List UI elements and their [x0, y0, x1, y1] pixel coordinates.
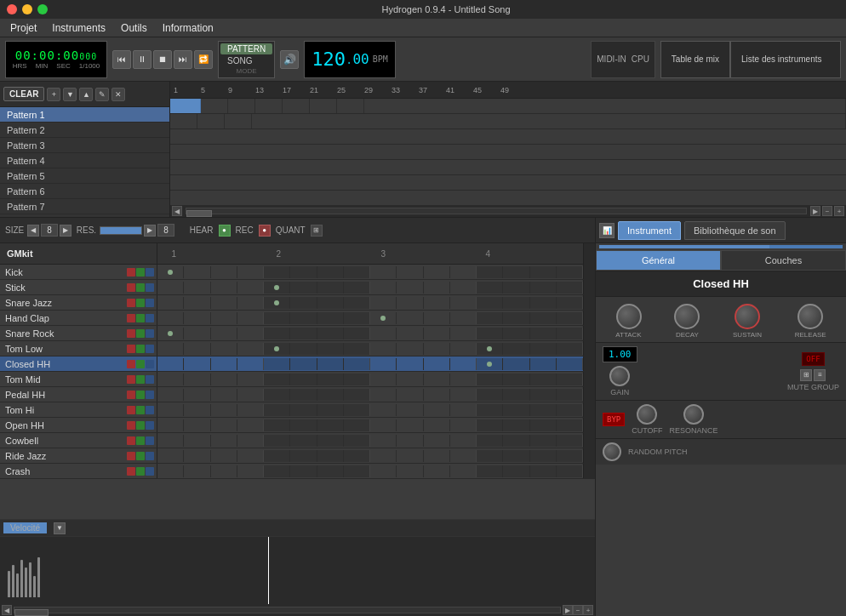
beat-cell-2-8[interactable]: [370, 297, 397, 309]
beat-cell-9-12[interactable]: [477, 404, 503, 416]
beat-cell-7-7[interactable]: [344, 374, 370, 385]
pattern-item-1[interactable]: Pattern 1: [0, 107, 169, 123]
beat-cell-7-0[interactable]: [157, 374, 184, 385]
beat-cell-11-5[interactable]: [290, 435, 317, 447]
beat-cell-9-0[interactable]: [157, 404, 184, 416]
beat-cell-9-2[interactable]: [211, 404, 237, 416]
beat-cell-12-10[interactable]: [424, 450, 450, 462]
beat-cell-11-8[interactable]: [370, 435, 397, 447]
beat-cell-10-5[interactable]: [290, 419, 317, 431]
beat-cell-6-4[interactable]: [264, 358, 290, 370]
beat-cell-4-8[interactable]: [370, 328, 397, 339]
beat-cell-13-12[interactable]: [477, 465, 503, 477]
beat-cell-3-6[interactable]: [317, 312, 344, 324]
song-track-block[interactable]: [170, 99, 201, 113]
attack-knob[interactable]: [616, 304, 642, 329]
beat-cell-1-3[interactable]: [237, 282, 264, 294]
pattern-mode-button[interactable]: PATTERN: [220, 43, 272, 54]
beat-cell-0-14[interactable]: [530, 266, 557, 278]
beat-scroll-minus[interactable]: −: [573, 605, 583, 615]
beat-cell-7-3[interactable]: [237, 374, 264, 385]
beat-cell-1-4[interactable]: [264, 282, 290, 294]
instrument-tab[interactable]: Instrument: [618, 221, 681, 240]
beat-cell-11-4[interactable]: [264, 435, 290, 447]
fx-mini-btn[interactable]: [146, 391, 154, 399]
volume-button[interactable]: 🔊: [280, 50, 299, 69]
fx-mini-btn[interactable]: [146, 283, 154, 292]
fx-mini-btn[interactable]: [146, 345, 154, 353]
beat-cell-6-8[interactable]: [370, 358, 397, 370]
beat-cell-3-9[interactable]: [397, 312, 423, 324]
beat-cell-10-15[interactable]: [557, 419, 583, 431]
solo-mini-btn[interactable]: [136, 375, 145, 384]
library-tab[interactable]: Bibliothèque de son: [684, 221, 786, 240]
fx-mini-btn[interactable]: [146, 467, 154, 476]
beat-cell-1-7[interactable]: [344, 282, 370, 294]
beat-cell-5-2[interactable]: [211, 343, 237, 355]
beat-cell-13-13[interactable]: [503, 465, 529, 477]
beat-cell-5-9[interactable]: [397, 343, 423, 355]
pattern-item-3[interactable]: Pattern 3: [0, 138, 169, 153]
beat-cell-5-13[interactable]: [503, 343, 529, 355]
beat-cell-10-9[interactable]: [397, 419, 423, 431]
mute-mini-btn[interactable]: [127, 360, 135, 368]
beat-scroll-right[interactable]: ▶: [563, 605, 573, 615]
beat-cell-1-5[interactable]: [290, 282, 317, 294]
rec-indicator[interactable]: ●: [259, 225, 271, 237]
beat-cell-8-10[interactable]: [424, 389, 450, 401]
beat-track-name-10[interactable]: Open HH: [0, 418, 126, 432]
beat-cell-9-11[interactable]: [450, 404, 477, 416]
mute-mini-btn[interactable]: [127, 421, 135, 430]
beat-cell-2-11[interactable]: [450, 297, 477, 309]
beat-cell-2-12[interactable]: [477, 297, 503, 309]
beat-cell-12-13[interactable]: [503, 450, 529, 462]
mute-mini-btn[interactable]: [127, 406, 135, 414]
beat-cell-7-9[interactable]: [397, 374, 423, 385]
solo-mini-btn[interactable]: [136, 436, 145, 445]
beat-cell-0-6[interactable]: [317, 266, 344, 278]
beat-cell-6-10[interactable]: [424, 358, 450, 370]
beat-cell-5-14[interactable]: [530, 343, 557, 355]
beat-cell-12-11[interactable]: [450, 450, 477, 462]
beat-cell-5-4[interactable]: [264, 343, 290, 355]
beat-cell-6-3[interactable]: [237, 358, 264, 370]
beat-cell-2-10[interactable]: [424, 297, 450, 309]
fx-mini-btn[interactable]: [146, 329, 154, 338]
beat-cell-5-11[interactable]: [450, 343, 477, 355]
pattern-item-6[interactable]: Pattern 6: [0, 184, 169, 199]
fx-mini-btn[interactable]: [146, 268, 154, 277]
menu-information[interactable]: Information: [156, 20, 220, 36]
beat-cell-3-5[interactable]: [290, 312, 317, 324]
solo-mini-btn[interactable]: [136, 345, 145, 353]
song-scroll-right[interactable]: ▶: [810, 206, 820, 216]
beat-cell-5-7[interactable]: [344, 343, 370, 355]
beat-track-name-4[interactable]: Snare Rock: [0, 326, 126, 340]
beat-cell-9-9[interactable]: [397, 404, 423, 416]
beat-cell-4-3[interactable]: [237, 328, 264, 339]
beat-track-name-6[interactable]: Closed HH: [0, 356, 126, 371]
beat-cell-4-7[interactable]: [344, 328, 370, 339]
beat-cell-2-4[interactable]: [264, 297, 290, 309]
beat-cell-13-9[interactable]: [397, 465, 423, 477]
beat-track-name-7[interactable]: Tom Mid: [0, 372, 126, 386]
beat-cell-5-6[interactable]: [317, 343, 344, 355]
beat-cell-12-7[interactable]: [344, 450, 370, 462]
resonance-knob[interactable]: [683, 404, 704, 425]
beat-cell-11-11[interactable]: [450, 435, 477, 447]
song-track-row-2[interactable]: [170, 114, 846, 129]
beat-cell-3-10[interactable]: [424, 312, 450, 324]
song-track-row-3[interactable]: [170, 129, 846, 145]
beat-cell-9-7[interactable]: [344, 404, 370, 416]
beat-track-name-11[interactable]: Cowbell: [0, 433, 126, 448]
layers-subtab[interactable]: Couches: [721, 250, 846, 271]
solo-mini-btn[interactable]: [136, 360, 145, 368]
beat-track-name-13[interactable]: Crash: [0, 464, 126, 478]
gain-knob[interactable]: [609, 366, 630, 386]
beat-cell-5-12[interactable]: [477, 343, 503, 355]
edit-pattern-button[interactable]: ✎: [95, 88, 109, 101]
mute-mini-btn[interactable]: [127, 268, 135, 277]
song-track-row-1[interactable]: [170, 99, 846, 114]
beat-cell-4-13[interactable]: [503, 328, 529, 339]
beat-cell-6-12[interactable]: [477, 358, 503, 370]
beat-cell-11-13[interactable]: [503, 435, 529, 447]
